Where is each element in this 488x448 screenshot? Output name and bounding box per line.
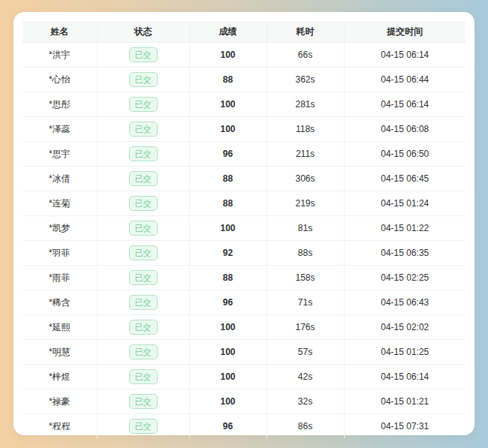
score-value: 100 xyxy=(189,92,267,117)
duration-value: 281s xyxy=(267,92,344,117)
status-cell: 已交 xyxy=(97,117,189,142)
table-header-row: 姓名状态成绩耗时提交时间 xyxy=(23,21,465,43)
submit-timestamp: 04-15 06:43 xyxy=(344,290,465,315)
student-name: *冰倩 xyxy=(23,167,97,191)
status-badge: 已交 xyxy=(129,122,158,137)
submit-timestamp: 04-15 06:44 xyxy=(344,68,465,92)
score-value: 88 xyxy=(189,167,267,191)
submit-timestamp: 04-15 06:14 xyxy=(344,365,465,389)
score-value: 88 xyxy=(189,68,267,92)
table-row: *心怡已交88362s04-15 06:44 xyxy=(23,68,465,92)
submit-timestamp: 04-15 06:14 xyxy=(344,92,465,117)
table-row: *程程已交9686s04-15 07:31 xyxy=(23,414,465,439)
status-cell: 已交 xyxy=(97,389,189,414)
student-name: *洪宇 xyxy=(23,43,97,68)
status-badge: 已交 xyxy=(129,245,158,260)
status-badge: 已交 xyxy=(129,196,158,211)
table-body: *洪宇已交10066s04-15 06:14*心怡已交88362s04-15 0… xyxy=(23,43,465,439)
score-value: 100 xyxy=(189,315,267,340)
student-name: *思宇 xyxy=(23,142,97,167)
duration-value: 362s xyxy=(267,68,344,92)
status-badge: 已交 xyxy=(129,270,158,285)
duration-value: 71s xyxy=(267,290,344,315)
submit-timestamp: 04-15 01:24 xyxy=(344,191,465,216)
column-header-score: 成绩 xyxy=(189,21,267,43)
table-row: *羽菲已交9288s04-15 06:35 xyxy=(23,241,465,266)
student-name: *凯梦 xyxy=(23,216,97,241)
status-badge: 已交 xyxy=(129,419,158,434)
table-row: *明慧已交10057s04-15 01:25 xyxy=(23,340,465,365)
submit-timestamp: 04-15 01:25 xyxy=(344,340,465,365)
status-badge: 已交 xyxy=(129,47,158,62)
student-name: *泽蕊 xyxy=(23,117,97,142)
column-header-status: 状态 xyxy=(97,21,189,43)
grades-table: 姓名状态成绩耗时提交时间 *洪宇已交10066s04-15 06:14*心怡已交… xyxy=(23,21,465,438)
column-header-name: 姓名 xyxy=(23,21,97,43)
status-badge: 已交 xyxy=(129,369,158,384)
status-badge: 已交 xyxy=(129,295,158,310)
duration-value: 81s xyxy=(267,216,344,241)
table-row: *凯梦已交10081s04-15 01:22 xyxy=(23,216,465,241)
table-row: *禄豪已交10032s04-15 01:21 xyxy=(23,389,465,414)
student-name: *心怡 xyxy=(23,68,97,92)
score-value: 100 xyxy=(189,117,267,142)
submit-timestamp: 04-15 02:25 xyxy=(344,266,465,290)
status-badge: 已交 xyxy=(129,320,158,335)
status-badge: 已交 xyxy=(129,171,158,186)
submit-timestamp: 04-15 06:35 xyxy=(344,241,465,266)
status-cell: 已交 xyxy=(97,43,189,68)
table-row: *连菊已交88219s04-15 01:24 xyxy=(23,191,465,216)
duration-value: 66s xyxy=(267,43,344,68)
score-value: 88 xyxy=(189,191,267,216)
student-name: *连菊 xyxy=(23,191,97,216)
submit-timestamp: 04-15 06:45 xyxy=(344,167,465,191)
score-value: 96 xyxy=(189,290,267,315)
duration-value: 158s xyxy=(267,266,344,290)
score-value: 100 xyxy=(189,389,267,414)
status-badge: 已交 xyxy=(129,146,158,161)
submit-timestamp: 04-15 01:22 xyxy=(344,216,465,241)
table-row: *洪宇已交10066s04-15 06:14 xyxy=(23,43,465,68)
student-name: *延熙 xyxy=(23,315,97,340)
score-value: 96 xyxy=(189,142,267,167)
status-badge: 已交 xyxy=(129,344,158,359)
status-cell: 已交 xyxy=(97,167,189,191)
student-name: *明慧 xyxy=(23,340,97,365)
status-cell: 已交 xyxy=(97,92,189,117)
status-cell: 已交 xyxy=(97,365,189,389)
submit-timestamp: 04-15 06:50 xyxy=(344,142,465,167)
submit-timestamp: 04-15 06:14 xyxy=(344,43,465,68)
duration-value: 219s xyxy=(267,191,344,216)
status-cell: 已交 xyxy=(97,290,189,315)
student-name: *稀含 xyxy=(23,290,97,315)
duration-value: 211s xyxy=(267,142,344,167)
student-name: *程程 xyxy=(23,414,97,439)
status-cell: 已交 xyxy=(97,414,189,439)
table-row: *稀含已交9671s04-15 06:43 xyxy=(23,290,465,315)
duration-value: 86s xyxy=(267,414,344,439)
column-header-submit_time: 提交时间 xyxy=(344,21,465,43)
table-row: *思彤已交100281s04-15 06:14 xyxy=(23,92,465,117)
student-name: *羽菲 xyxy=(23,241,97,266)
score-value: 92 xyxy=(189,241,267,266)
student-name: *思彤 xyxy=(23,92,97,117)
status-cell: 已交 xyxy=(97,315,189,340)
status-cell: 已交 xyxy=(97,191,189,216)
status-badge: 已交 xyxy=(129,221,158,236)
column-header-duration: 耗时 xyxy=(267,21,344,43)
submit-timestamp: 04-15 06:08 xyxy=(344,117,465,142)
table-row: *延熙已交100176s04-15 02:02 xyxy=(23,315,465,340)
score-value: 100 xyxy=(189,365,267,389)
duration-value: 176s xyxy=(267,315,344,340)
status-badge: 已交 xyxy=(129,72,158,87)
table-row: *梓煜已交10042s04-15 06:14 xyxy=(23,365,465,389)
table-row: *雨菲已交88158s04-15 02:25 xyxy=(23,266,465,290)
status-cell: 已交 xyxy=(97,340,189,365)
table-row: *冰倩已交88306s04-15 06:45 xyxy=(23,167,465,191)
score-value: 100 xyxy=(189,216,267,241)
status-cell: 已交 xyxy=(97,241,189,266)
student-name: *梓煜 xyxy=(23,365,97,389)
table-row: *思宇已交96211s04-15 06:50 xyxy=(23,142,465,167)
status-badge: 已交 xyxy=(129,97,158,112)
duration-value: 57s xyxy=(267,340,344,365)
